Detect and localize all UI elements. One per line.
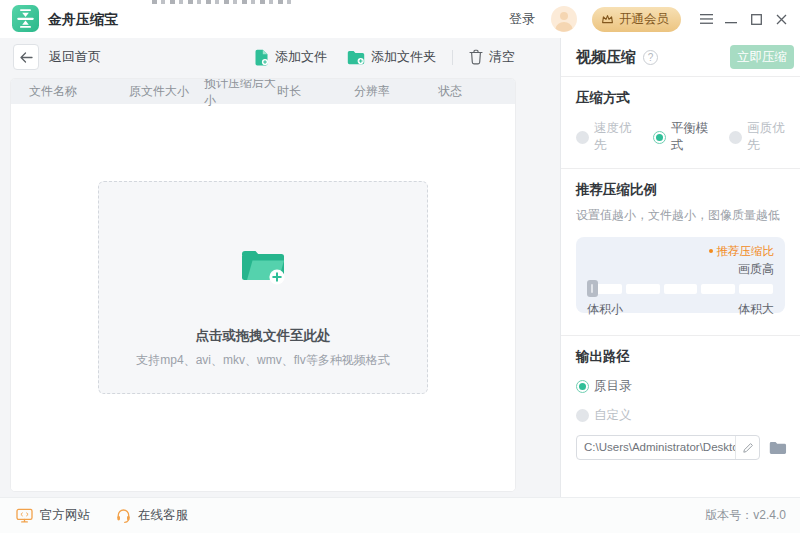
browse-folder-icon[interactable]	[769, 441, 787, 455]
slider-track[interactable]	[588, 284, 773, 294]
official-website-label: 官方网站	[40, 507, 90, 524]
radio-custom-directory[interactable]: 自定义	[576, 407, 787, 424]
badge-label: 推荐压缩比	[717, 245, 775, 257]
ratio-slider-box: 推荐压缩比 画质高 体积小 体积大	[576, 237, 785, 313]
volume-small-label: 体积小	[587, 301, 623, 318]
col-file-name: 文件名称	[29, 83, 129, 100]
toolbar: 返回首页 添加文件 添加文件夹	[0, 38, 560, 76]
add-file-label: 添加文件	[275, 48, 327, 66]
method-label: 压缩方式	[576, 89, 785, 107]
col-status: 状态	[438, 83, 498, 100]
add-folder-label: 添加文件夹	[371, 48, 436, 66]
output-path-section: 输出路径 原目录 自定义 C:\Users\Administrator\Desk…	[561, 336, 800, 460]
panel-title: 视频压缩	[576, 48, 636, 67]
settings-panel: 视频压缩 ? 立即压缩 压缩方式 速度优先 平衡模式 画质优先 推荐压缩比例 设…	[560, 38, 800, 497]
slider-segment	[701, 284, 735, 294]
folder-add-icon	[238, 245, 288, 285]
open-vip-button[interactable]: 开通会员	[592, 7, 681, 32]
file-dropzone[interactable]: 点击或拖拽文件至此处 支持mp4、avi、mkv、wmv、flv等多种视频格式	[98, 181, 428, 394]
titlebar-right: 登录 开通会员	[509, 0, 800, 38]
slider-segment	[664, 284, 698, 294]
add-file-icon	[254, 49, 269, 66]
file-table: 文件名称 原文件大小 预计压缩后大小 时长 分辨率 状态 点击或拖拽文件至此处 …	[10, 78, 516, 492]
panel-header: 视频压缩 ? 立即压缩	[561, 38, 800, 77]
login-link[interactable]: 登录	[509, 10, 535, 28]
trash-icon	[469, 49, 483, 65]
titlebar: 金舟压缩宝 登录 开通会员	[0, 0, 800, 38]
minimize-icon[interactable]	[722, 7, 740, 31]
radio-label: 原目录	[594, 378, 632, 395]
col-duration: 时长	[277, 83, 354, 100]
file-list-area: 返回首页 添加文件 添加文件夹	[0, 38, 560, 497]
dropzone-subtitle: 支持mp4、avi、mkv、wmv、flv等多种视频格式	[99, 352, 427, 369]
crown-icon	[601, 14, 614, 25]
quality-high-label: 画质高	[587, 261, 774, 278]
radio-icon	[576, 380, 589, 393]
compression-ratio-section: 推荐压缩比例 设置值越小，文件越小，图像质量越低 推荐压缩比 画质高 体积小 体…	[561, 169, 800, 336]
ratio-slider	[587, 280, 774, 297]
statusbar: 官方网站 在线客服 版本号：v2.4.0	[0, 497, 800, 533]
radio-label: 速度优先	[594, 120, 632, 154]
pencil-icon	[742, 442, 754, 454]
compress-now-button[interactable]: 立即压缩	[730, 45, 794, 69]
toolbar-divider	[452, 50, 453, 65]
radio-speed-priority[interactable]: 速度优先	[576, 120, 632, 154]
add-folder-button[interactable]: 添加文件夹	[347, 48, 436, 66]
table-body: 点击或拖拽文件至此处 支持mp4、avi、mkv、wmv、flv等多种视频格式	[11, 181, 515, 492]
slider-segment	[739, 284, 773, 294]
slider-segment	[626, 284, 660, 294]
official-website-link[interactable]: 官方网站	[16, 507, 90, 524]
radio-label: 平衡模式	[671, 120, 709, 154]
toolbar-actions: 添加文件 添加文件夹 清空	[254, 48, 515, 66]
output-path-value: C:\Users\Administrator\Desktop\金舟	[577, 436, 735, 459]
background-window-text-artifact	[152, 0, 294, 4]
slider-handle[interactable]	[587, 280, 598, 297]
monitor-icon	[16, 508, 33, 523]
headset-icon	[116, 508, 131, 523]
table-header: 文件名称 原文件大小 预计压缩后大小 时长 分辨率 状态	[11, 79, 515, 104]
app-logo-icon	[12, 5, 39, 32]
output-label: 输出路径	[576, 348, 787, 366]
back-arrow-icon	[20, 52, 33, 63]
radio-original-directory[interactable]: 原目录	[576, 378, 787, 395]
radio-icon	[576, 409, 589, 422]
volume-large-label: 体积大	[738, 301, 774, 318]
col-resolution: 分辨率	[354, 83, 438, 100]
user-avatar[interactable]	[551, 6, 577, 32]
menu-icon[interactable]	[697, 7, 715, 31]
ratio-label: 推荐压缩比例	[576, 181, 785, 199]
dropzone-title: 点击或拖拽文件至此处	[99, 327, 427, 345]
radio-quality-priority[interactable]: 画质优先	[729, 120, 785, 154]
edit-path-button[interactable]	[735, 436, 759, 459]
maximize-icon[interactable]	[747, 7, 765, 31]
radio-icon	[576, 131, 589, 144]
ratio-hint: 设置值越小，文件越小，图像质量越低	[576, 207, 785, 224]
app-title: 金舟压缩宝	[48, 0, 118, 38]
col-estimated-size: 预计压缩后大小	[204, 78, 277, 109]
open-vip-label: 开通会员	[619, 11, 669, 28]
radio-icon	[729, 131, 742, 144]
help-icon[interactable]: ?	[643, 50, 658, 65]
clear-label: 清空	[489, 48, 515, 66]
path-row: C:\Users\Administrator\Desktop\金舟	[576, 435, 787, 460]
output-path-input[interactable]: C:\Users\Administrator\Desktop\金舟	[576, 435, 760, 460]
close-icon[interactable]	[772, 7, 790, 31]
back-button[interactable]	[13, 44, 39, 70]
back-home-label[interactable]: 返回首页	[49, 48, 101, 66]
compression-method-section: 压缩方式 速度优先 平衡模式 画质优先	[561, 77, 800, 169]
slider-range-labels: 体积小 体积大	[587, 301, 774, 318]
clear-button[interactable]: 清空	[469, 48, 515, 66]
window-controls	[697, 7, 790, 31]
add-folder-icon	[347, 50, 365, 65]
online-support-label: 在线客服	[138, 507, 188, 524]
radio-label: 画质优先	[747, 120, 785, 154]
method-options: 速度优先 平衡模式 画质优先	[576, 120, 785, 154]
badge-dot	[709, 249, 713, 253]
radio-balanced-mode[interactable]: 平衡模式	[653, 120, 709, 154]
online-support-link[interactable]: 在线客服	[116, 507, 188, 524]
radio-label: 自定义	[594, 407, 632, 424]
add-file-button[interactable]: 添加文件	[254, 48, 327, 66]
version-label: 版本号：v2.4.0	[705, 507, 786, 524]
radio-icon	[653, 131, 666, 144]
col-original-size: 原文件大小	[129, 83, 204, 100]
